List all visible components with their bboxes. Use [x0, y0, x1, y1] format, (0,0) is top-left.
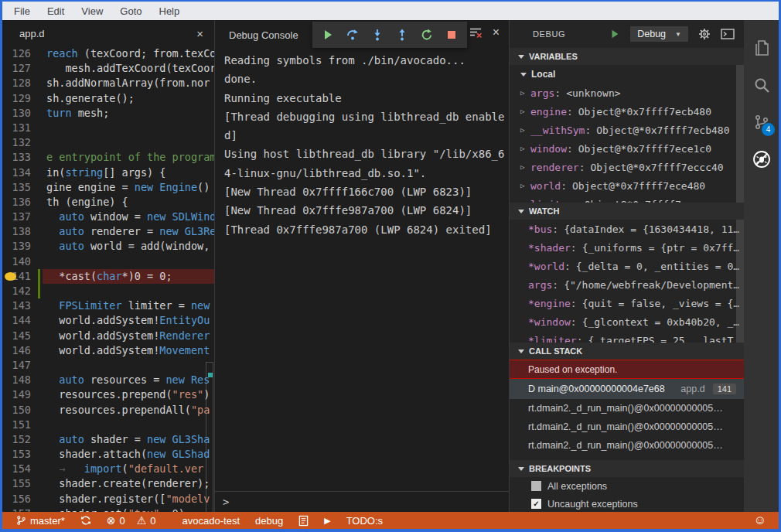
watch-row[interactable]: args:{"/home/webfreak/Development…	[510, 275, 744, 294]
debug-config-dropdown[interactable]: Debug ▼	[630, 26, 688, 42]
variables-scrollbar[interactable]	[736, 65, 744, 203]
scrollbar-thumb[interactable]	[206, 362, 213, 512]
variable-row[interactable]: ▷window:Object@*0x7ffff7ece1c0	[510, 139, 744, 158]
section-variables[interactable]: VARIABLES	[510, 48, 744, 65]
code-line-157[interactable]: 157 shader.set("tex", 0);	[2, 506, 214, 512]
sync-button[interactable]	[76, 512, 96, 529]
line-number[interactable]: 138	[2, 224, 38, 239]
line-number[interactable]: 127	[2, 61, 38, 76]
feedback-smiley-icon[interactable]: ☺	[754, 513, 769, 527]
code-line-137[interactable]: 137 auto window = new SDLWind	[2, 210, 214, 224]
continue-button[interactable]	[318, 25, 338, 45]
code-editor[interactable]: 126reach (texCoord; from.texCo127 mesh.a…	[2, 46, 214, 512]
activity-source-control[interactable]: 4	[744, 104, 779, 141]
line-number[interactable]: 140	[2, 254, 38, 269]
variable-row[interactable]: ▷world:Object@*0x7ffff7ece480	[510, 176, 744, 195]
line-number[interactable]: 152	[2, 432, 38, 447]
stack-frame[interactable]: rt.dmain2._d_run_main()@0x00000000005…	[510, 436, 744, 455]
menu-item-goto[interactable]: Goto	[111, 5, 150, 17]
menu-item-file[interactable]: File	[5, 5, 39, 17]
variable-row[interactable]: ▷__withSym:Object@*0x7ffff7ecb480	[510, 121, 744, 139]
code-line-153[interactable]: 153 shader.attach(new GLShad	[2, 447, 214, 462]
twisty-icon[interactable]: ▷	[520, 182, 530, 189]
code-line-133[interactable]: 133e entrypoint of the program	[2, 150, 214, 165]
section-watch[interactable]: WATCH	[510, 203, 744, 220]
code-line-141[interactable]: 141 *cast(char*)0 = 0;	[2, 269, 214, 284]
breakpoint-checkbox[interactable]: ✓	[531, 499, 541, 509]
line-number[interactable]: 144	[2, 313, 38, 328]
code-line-131[interactable]: 131	[2, 121, 214, 135]
code-line-135[interactable]: 135gine engine = new Engine()	[2, 180, 214, 195]
breakpoint-checkbox[interactable]	[531, 481, 541, 491]
watch-scrollbar[interactable]	[736, 220, 744, 343]
code-line-136[interactable]: 136th (engine) {	[2, 195, 214, 210]
step-out-button[interactable]	[392, 25, 412, 45]
line-number[interactable]: 145	[2, 329, 38, 343]
code-line-142[interactable]: 142	[2, 284, 214, 298]
scope-local[interactable]: Local	[510, 65, 744, 84]
errors-item[interactable]: ⊗ 0 ⚠ 0	[102, 512, 161, 529]
watch-row[interactable]: *engine:{quit = false, _views = {…	[510, 294, 744, 312]
tab-app-d[interactable]: app.d ×	[2, 20, 214, 46]
code-line-138[interactable]: 138 auto renderer = new GL3Re	[2, 224, 214, 239]
start-debug-icon[interactable]	[609, 29, 620, 39]
code-line-148[interactable]: 148 auto resources = new Res	[2, 373, 214, 387]
section-call-stack[interactable]: CALL STACK	[510, 343, 744, 360]
twisty-icon[interactable]: ▷	[520, 107, 530, 115]
code-line-156[interactable]: 156 shader.register(["modelv	[2, 492, 214, 506]
code-line-132[interactable]: 132	[2, 135, 214, 150]
line-number[interactable]: 154	[2, 462, 38, 476]
code-line-134[interactable]: 134in(string[] args) {	[2, 165, 214, 180]
code-line-146[interactable]: 146 world.addSystem!Movement	[2, 343, 214, 358]
line-number[interactable]: 130	[2, 106, 38, 121]
line-number[interactable]: 128	[2, 76, 38, 90]
code-line-147[interactable]: 147	[2, 358, 214, 373]
editor-scrollbar[interactable]	[206, 46, 214, 512]
watch-row[interactable]: *world:{_delta = 0, _entities = 0…	[510, 257, 744, 275]
line-number[interactable]: 142	[2, 284, 38, 298]
stack-frame[interactable]: D main@0x00000000004e7e68app.d141	[510, 379, 744, 399]
line-number[interactable]: 151	[2, 418, 38, 432]
line-number[interactable]: 132	[2, 135, 38, 150]
log-item[interactable]	[294, 512, 313, 529]
line-number[interactable]: 148	[2, 373, 38, 387]
twisty-icon[interactable]: ▷	[520, 126, 530, 134]
folder-item[interactable]: avocado-test	[178, 512, 244, 529]
activity-debug[interactable]	[744, 141, 779, 178]
open-console-icon[interactable]	[721, 29, 735, 39]
git-branch-item[interactable]: master*	[12, 512, 70, 529]
line-number[interactable]: 139	[2, 239, 38, 254]
variable-row[interactable]: ▷engine:Object@*0x7ffff7ecb480	[510, 102, 744, 121]
watch-row[interactable]: *shader:{_uniforms = {ptr = 0x7ff…	[510, 238, 744, 257]
twisty-icon[interactable]: ▷	[520, 163, 530, 171]
activity-explorer[interactable]	[744, 29, 779, 66]
line-number[interactable]: 135	[2, 180, 38, 195]
line-number[interactable]: 131	[2, 121, 38, 135]
line-number[interactable]: 137	[2, 210, 38, 224]
line-number[interactable]: 129	[2, 91, 38, 106]
line-number[interactable]: 126	[2, 46, 38, 61]
code-line-130[interactable]: 130turn mesh;	[2, 106, 214, 121]
code-line-150[interactable]: 150 resources.prependAll("pa	[2, 403, 214, 418]
line-number[interactable]: 146	[2, 343, 38, 358]
breakpoint-row[interactable]: ✓Uncaught exceptions	[510, 495, 744, 512]
code-line-128[interactable]: 128sh.addNormalArray(from.nor	[2, 76, 214, 90]
code-line-145[interactable]: 145 world.addSystem!Renderer	[2, 329, 214, 343]
panel-close-icon[interactable]: ×	[493, 26, 500, 39]
twisty-icon[interactable]: ▷	[520, 89, 530, 97]
code-line-127[interactable]: 127 mesh.addTexCoord(texCoor	[2, 61, 214, 76]
console-input[interactable]: >	[215, 491, 509, 512]
clear-console-button[interactable]	[469, 26, 483, 39]
code-line-129[interactable]: 129sh.generate();	[2, 91, 214, 106]
code-line-144[interactable]: 144 world.addSystem!EntityOu	[2, 313, 214, 328]
line-number[interactable]: 156	[2, 492, 38, 506]
stack-frame[interactable]: rt.dmain2._d_run_main()@0x00000000005…	[510, 399, 744, 418]
code-line-152[interactable]: 152 auto shader = new GL3Sha	[2, 432, 214, 447]
breakpoint-row[interactable]: All exceptions	[510, 477, 744, 495]
stack-frame[interactable]: rt.dmain2._d_run_main()@0x00000000005…	[510, 418, 744, 436]
watch-row[interactable]: *limiter:{_targetFPS = 25, _lastT…	[510, 331, 744, 343]
watch-row[interactable]: *bus:{dataIndex = {1630434418, 11…	[510, 220, 744, 238]
line-number[interactable]: 155	[2, 476, 38, 491]
tab-close-icon[interactable]: ×	[196, 28, 203, 39]
breakpoint-current-dot[interactable]	[5, 272, 16, 281]
